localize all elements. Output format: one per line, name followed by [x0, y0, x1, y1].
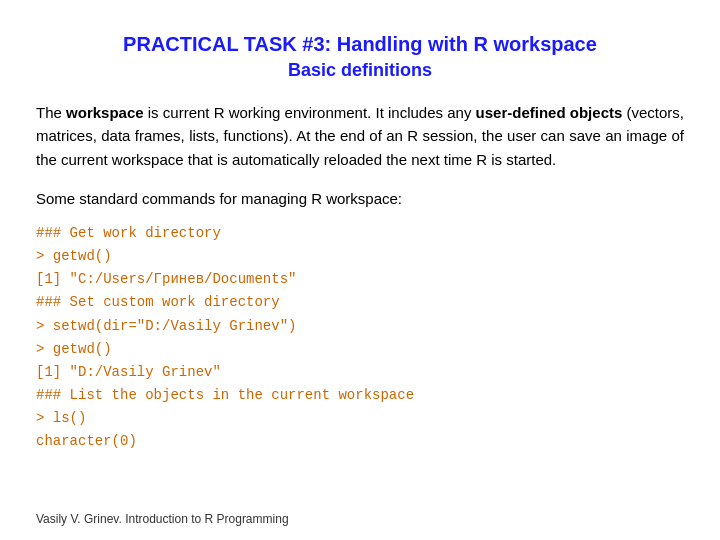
code-line: ### Get work directory [36, 222, 684, 245]
footer-text: Vasily V. Grinev. Introduction to R Prog… [36, 512, 289, 526]
code-line: character(0) [36, 430, 684, 453]
footer: Vasily V. Grinev. Introduction to R Prog… [36, 512, 289, 526]
code-line: ### List the objects in the current work… [36, 384, 684, 407]
code-block: ### Get work directory> getwd()[1] "C:/U… [36, 222, 684, 453]
title-block: PRACTICAL TASK #3: Handling with R works… [36, 30, 684, 83]
para1-before-bold: The [36, 104, 66, 121]
paragraph1: The workspace is current R working envir… [36, 101, 684, 171]
code-line: > setwd(dir="D:/Vasily Grinev") [36, 315, 684, 338]
sub-title: Basic definitions [36, 58, 684, 83]
main-title: PRACTICAL TASK #3: Handling with R works… [36, 30, 684, 58]
code-line: ### Set custom work directory [36, 291, 684, 314]
code-line: [1] "C:/Users/Гринев/Documents" [36, 268, 684, 291]
code-line: > getwd() [36, 245, 684, 268]
standard-commands-label: Some standard commands for managing R wo… [36, 187, 684, 210]
para1-mid: is current R working environment. It inc… [144, 104, 476, 121]
code-line: > ls() [36, 407, 684, 430]
para1-bold1: workspace [66, 104, 144, 121]
code-line: [1] "D:/Vasily Grinev" [36, 361, 684, 384]
page: PRACTICAL TASK #3: Handling with R works… [0, 0, 720, 503]
para1-bold2: user-defined objects [476, 104, 623, 121]
code-line: > getwd() [36, 338, 684, 361]
